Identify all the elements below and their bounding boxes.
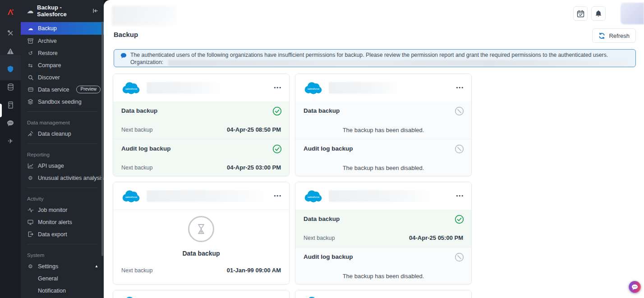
sidebar-item-discover[interactable]: Discover (21, 71, 104, 83)
next-backup-label: Next backup (304, 235, 335, 241)
salesforce-logo-icon: salesforce (304, 81, 323, 95)
module-sidebar: ☁ Backup - Salesforce ☁ Backup Archive ↺… (21, 0, 104, 298)
status-disabled-icon (455, 252, 464, 262)
status-enabled-icon (455, 215, 464, 224)
sidebar-item-label: Job monitor (38, 207, 67, 213)
sidebar-item-data-export[interactable]: Data export (21, 228, 104, 240)
chat-icon[interactable] (0, 115, 21, 131)
salesforce-logo-icon: salesforce (121, 81, 141, 95)
scheduled-jobs-button[interactable] (573, 6, 588, 21)
sidebar-item-notification[interactable]: Notification (21, 284, 104, 297)
refresh-icon (598, 32, 605, 39)
sidebar-item-label: Data service (38, 87, 69, 93)
redacted-user-avatar[interactable] (621, 3, 644, 24)
backup-status-section: Audit log backup The backup has been dis… (295, 139, 471, 176)
box-icon (27, 87, 34, 92)
section-header-reporting: Reporting (21, 147, 104, 160)
sidebar-item-monitor-alerts[interactable]: Monitor alerts (21, 216, 104, 228)
sidebar-item-general[interactable]: General (21, 272, 104, 284)
section-title: Data backup (113, 250, 289, 257)
banner-organization-label: Organization: (130, 59, 163, 65)
redacted-brand-logo (112, 6, 177, 26)
redacted-org-name (329, 82, 401, 94)
banner-message: The authenticated users of the following… (130, 52, 630, 58)
collapse-sidebar-icon[interactable] (92, 8, 98, 14)
chart-icon (27, 163, 34, 169)
card-header: salesforce ••• (113, 74, 289, 101)
hourglass-icon (188, 216, 214, 242)
sidebar-item-compare[interactable]: ⇆ Compare (21, 59, 104, 71)
sidebar-item-backup[interactable]: ☁ Backup (21, 22, 104, 35)
next-backup-value: 04-Apr-25 05:00 PM (409, 234, 463, 241)
next-backup-label: Next backup (121, 127, 152, 133)
permissions-warning-banner: The authenticated users of the following… (114, 49, 636, 67)
gear-icon: ⚙ (27, 175, 34, 181)
product-rail: ✈ (0, 0, 21, 298)
card-header: salesforce ••• (295, 182, 471, 210)
tools-icon[interactable] (0, 25, 21, 41)
sidebar-item-archive[interactable]: Archive (21, 35, 104, 47)
sidebar-item-data-cleanup[interactable]: Data cleanup (21, 128, 104, 140)
sidebar-item-sandbox-seeding[interactable]: Sandbox seeding (21, 96, 104, 108)
sidebar-item-label: Notification (38, 288, 66, 294)
calendar-check-icon (577, 10, 584, 18)
next-backup-label: Next backup (121, 165, 152, 171)
more-menu-icon[interactable]: ••• (274, 85, 282, 90)
avepoint-logo[interactable] (0, 5, 21, 20)
section-title: Data backup (304, 215, 340, 222)
refresh-button[interactable]: Refresh (592, 28, 636, 43)
sidebar-header: ☁ Backup - Salesforce (21, 0, 104, 18)
plane-icon[interactable]: ✈ (0, 133, 21, 149)
svg-text:salesforce: salesforce (308, 87, 320, 90)
preview-badge: Preview (76, 86, 101, 93)
message-bubble-icon (120, 53, 127, 59)
more-menu-icon[interactable]: ••• (274, 193, 282, 198)
sidebar-item-unusual-activities-analysis[interactable]: ⚙ Unusual activities analysis (21, 172, 104, 184)
card-header: salesforce ••• (113, 182, 289, 210)
org-card: salesforce ••• Data backup The backup ha… (295, 73, 472, 176)
backup-disabled-message: The backup has been disabled. (295, 127, 471, 133)
redacted-org-name (147, 190, 271, 202)
salesforce-cloud-icon: ☁ (27, 7, 33, 14)
more-menu-icon[interactable]: ••• (456, 193, 464, 198)
sidebar-item-label: Unusual activities analysis (38, 175, 104, 181)
export-icon (27, 231, 34, 237)
sidebar-item-api-usage[interactable]: API usage (21, 160, 104, 172)
chatbot-launcher-button[interactable] (629, 281, 641, 293)
sidebar-item-job-monitor[interactable]: Job monitor (21, 204, 104, 216)
main-panel: Backup Refresh The authenticated users o… (104, 0, 644, 298)
sidebar-item-data-service[interactable]: Data service Preview (21, 83, 104, 96)
backup-disabled-message: The backup has been disabled. (295, 273, 471, 280)
warning-icon[interactable] (0, 43, 21, 59)
sidebar-scrollbar[interactable] (101, 22, 103, 256)
sidebar-item-restore[interactable]: ↺ Restore (21, 47, 104, 59)
sidebar-item-label: Archive (38, 38, 57, 44)
org-card-partial (295, 290, 472, 298)
section-header-system: System (21, 248, 104, 260)
backup-status-section: Audit log backup The backup has been dis… (295, 247, 471, 284)
restore-icon: ↺ (27, 50, 34, 56)
more-menu-icon[interactable]: ••• (456, 85, 464, 90)
notifications-button[interactable] (591, 6, 606, 21)
section-title: Audit log backup (304, 253, 353, 260)
status-disabled-icon (455, 144, 464, 154)
shield-icon[interactable] (0, 61, 21, 77)
refresh-label: Refresh (609, 32, 630, 39)
sidebar-item-label: Monitor alerts (38, 219, 72, 225)
redacted-org-name (147, 82, 223, 94)
database-icon[interactable] (0, 79, 21, 95)
sidebar-item-settings[interactable]: ⚙ Settings ▲ (21, 260, 104, 272)
section-title: Audit log backup (304, 145, 353, 152)
next-backup-value: 04-Apr-25 03:00 PM (227, 164, 281, 171)
bell-icon (595, 10, 602, 18)
next-backup-label: Next backup (121, 267, 152, 274)
sidebar-item-label: Discover (38, 74, 60, 81)
sidebar-item-label: General (38, 275, 58, 282)
edge-drawer-handle[interactable] (0, 104, 2, 117)
next-backup-value: 04-Apr-25 08:50 PM (227, 126, 281, 133)
gear-icon: ⚙ (27, 263, 34, 270)
svg-text:salesforce: salesforce (125, 195, 138, 198)
svg-text:salesforce: salesforce (125, 87, 138, 90)
server-icon[interactable] (0, 97, 21, 113)
chevron-up-icon[interactable]: ▲ (95, 264, 98, 268)
